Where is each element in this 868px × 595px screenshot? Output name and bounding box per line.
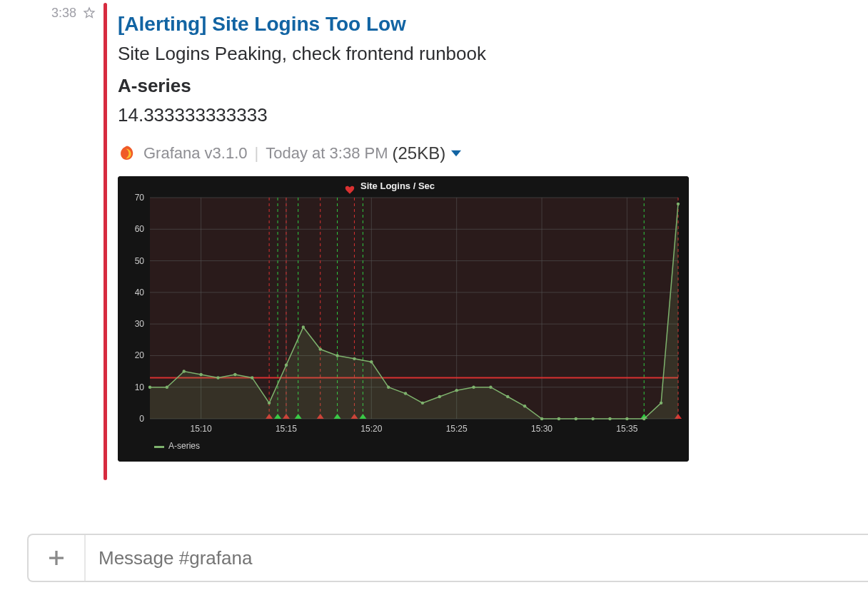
grafana-icon <box>118 144 136 163</box>
svg-text:15:35: 15:35 <box>616 424 637 434</box>
svg-point-73 <box>677 203 680 205</box>
svg-point-47 <box>233 373 236 376</box>
svg-point-62 <box>489 386 492 389</box>
svg-point-63 <box>506 395 509 398</box>
svg-point-65 <box>540 417 543 420</box>
svg-point-67 <box>575 417 577 420</box>
footer-time: Today at 3:38 PM <box>266 144 388 163</box>
footer-separator: | <box>255 144 259 163</box>
svg-point-51 <box>302 325 305 328</box>
svg-point-70 <box>625 417 628 420</box>
svg-text:60: 60 <box>135 224 145 234</box>
svg-point-60 <box>455 389 458 392</box>
svg-rect-75 <box>154 446 164 448</box>
svg-point-43 <box>166 386 168 389</box>
svg-point-53 <box>335 354 338 357</box>
plus-icon <box>46 547 67 569</box>
svg-text:20: 20 <box>135 350 145 360</box>
svg-text:Site Logins / Sec: Site Logins / Sec <box>360 180 435 191</box>
attachment-color-bar <box>104 3 107 480</box>
caret-down-icon[interactable] <box>451 148 461 158</box>
message-composer[interactable] <box>27 534 868 582</box>
svg-text:15:20: 15:20 <box>360 424 382 434</box>
svg-point-49 <box>268 402 271 405</box>
svg-text:50: 50 <box>135 256 145 266</box>
message-gutter: 3:38 <box>0 3 96 21</box>
svg-text:10: 10 <box>135 382 145 392</box>
attachment-footer: Grafana v3.1.0 | Today at 3:38 PM (25KB) <box>118 143 689 163</box>
svg-text:15:15: 15:15 <box>276 424 297 434</box>
svg-point-68 <box>591 417 594 420</box>
svg-point-54 <box>353 357 355 360</box>
footer-app: Grafana v3.1.0 <box>143 144 248 163</box>
svg-point-48 <box>251 376 253 379</box>
svg-point-66 <box>557 417 560 420</box>
svg-text:15:25: 15:25 <box>446 424 468 434</box>
svg-point-0 <box>123 152 128 157</box>
series-label: A-series <box>118 75 689 97</box>
svg-point-46 <box>216 376 219 379</box>
message-time: 3:38 <box>51 6 76 21</box>
svg-point-71 <box>642 417 645 420</box>
svg-point-42 <box>148 386 151 389</box>
svg-text:40: 40 <box>135 288 145 298</box>
message-attachment: [Alerting] Site Logins Too Low Site Logi… <box>104 3 689 480</box>
svg-point-55 <box>370 360 373 363</box>
svg-text:15:10: 15:10 <box>191 424 212 434</box>
svg-point-45 <box>199 373 202 376</box>
composer-plus-button[interactable] <box>29 535 86 581</box>
series-value: 14.333333333333 <box>118 104 689 126</box>
star-icon[interactable] <box>82 6 96 20</box>
svg-point-69 <box>608 417 611 420</box>
svg-text:0: 0 <box>139 414 144 424</box>
alert-description: Site Logins Peaking, check frontend runb… <box>118 43 689 65</box>
svg-point-58 <box>421 402 424 405</box>
footer-size: (25KB) <box>392 143 445 163</box>
svg-point-56 <box>387 386 390 389</box>
svg-point-52 <box>319 347 322 350</box>
svg-point-57 <box>404 392 407 395</box>
svg-text:30: 30 <box>135 319 145 329</box>
svg-point-50 <box>285 364 288 367</box>
slack-message: 3:38 [Alerting] Site Logins Too Low Site… <box>0 0 868 480</box>
alert-title-link[interactable]: [Alerting] Site Logins Too Low <box>118 13 406 36</box>
svg-text:70: 70 <box>135 193 145 203</box>
composer-input[interactable] <box>86 535 868 581</box>
svg-point-61 <box>472 386 475 389</box>
svg-text:15:30: 15:30 <box>531 424 552 434</box>
chart: 01020304050607015:1015:1515:2015:2515:30… <box>118 176 689 462</box>
svg-point-64 <box>523 405 526 407</box>
svg-text:A-series: A-series <box>168 441 200 451</box>
svg-point-72 <box>660 402 662 405</box>
svg-point-59 <box>438 395 441 398</box>
svg-point-44 <box>183 370 186 372</box>
chart-panel: 01020304050607015:1015:1515:2015:2515:30… <box>118 176 689 462</box>
